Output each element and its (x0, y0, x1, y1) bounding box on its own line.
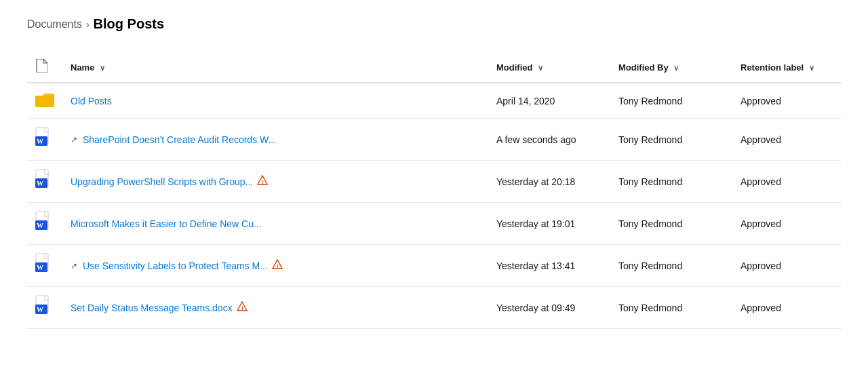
retention-cell: Approved (732, 245, 841, 287)
breadcrumb: Documents › Blog Posts (27, 16, 841, 32)
svg-text:W: W (37, 222, 43, 229)
word-icon-cell: W (27, 203, 62, 245)
file-name-link[interactable]: Microsoft Makes it Easier to Define New … (71, 218, 262, 229)
col-retention-label: Retention label (741, 62, 804, 73)
modified-by-cell: Tony Redmond (610, 287, 732, 329)
col-header-modified-by[interactable]: Modified By ∨ (610, 52, 732, 83)
svg-text:W: W (37, 138, 43, 145)
modified-sort-icon: ∨ (538, 64, 543, 72)
col-modified-label: Modified (496, 62, 532, 73)
retention-sort-icon: ∨ (809, 64, 814, 72)
word-icon-cell: W (27, 119, 62, 161)
modified-cell: Yesterday at 13:41 (488, 245, 610, 287)
table-row[interactable]: Old PostsApril 14, 2020Tony RedmondAppro… (27, 83, 841, 119)
modified-cell: A few seconds ago (488, 119, 610, 161)
col-modified-by-label: Modified By (618, 62, 669, 73)
draft-indicator: ↗ (71, 135, 77, 144)
retention-cell: Approved (732, 83, 841, 119)
file-name-link[interactable]: SharePoint Doesn't Create Audit Records … (83, 134, 276, 145)
table-row[interactable]: W Set Daily Status Message Teams.docx ! … (27, 287, 841, 329)
modified-cell: April 14, 2020 (488, 83, 610, 119)
name-cell: Set Daily Status Message Teams.docx ! (62, 287, 488, 329)
table-row[interactable]: W Upgrading PowerShell Scripts with Grou… (27, 161, 841, 203)
warning-icon: ! (272, 259, 283, 273)
name-cell: ↗Use Sensitivity Labels to Protect Teams… (62, 245, 488, 287)
modified-by-sort-icon: ∨ (673, 64, 679, 72)
modified-cell: Yesterday at 19:01 (488, 203, 610, 245)
table-row[interactable]: W ↗SharePoint Doesn't Create Audit Recor… (27, 119, 841, 161)
file-name-link[interactable]: Upgrading PowerShell Scripts with Group.… (71, 176, 253, 187)
svg-rect-1 (35, 96, 54, 107)
retention-cell: Approved (732, 119, 841, 161)
breadcrumb-parent[interactable]: Documents (27, 18, 82, 31)
modified-cell: Yesterday at 20:18 (488, 161, 610, 203)
file-name-link[interactable]: Old Posts (71, 96, 112, 106)
name-cell: Upgrading PowerShell Scripts with Group.… (62, 161, 488, 203)
table-header-row: Name ∨ Modified ∨ Modified By ∨ Retentio… (27, 52, 841, 83)
modified-by-cell: Tony Redmond (610, 119, 732, 161)
col-header-name[interactable]: Name ∨ (62, 52, 488, 83)
file-name-link[interactable]: Use Sensitivity Labels to Protect Teams … (83, 260, 268, 271)
breadcrumb-current: Blog Posts (94, 16, 164, 32)
table-row[interactable]: W Microsoft Makes it Easier to Define Ne… (27, 203, 841, 245)
warning-icon: ! (257, 175, 268, 189)
folder-icon-cell (27, 83, 62, 119)
col-header-modified[interactable]: Modified ∨ (488, 52, 610, 83)
file-list-table: Name ∨ Modified ∨ Modified By ∨ Retentio… (27, 52, 841, 329)
word-icon-cell: W (27, 161, 62, 203)
svg-text:!: ! (277, 262, 279, 269)
file-name-link[interactable]: Set Daily Status Message Teams.docx (71, 302, 233, 313)
file-icon-header (35, 63, 47, 75)
table-row[interactable]: W ↗Use Sensitivity Labels to Protect Tea… (27, 245, 841, 287)
name-cell: Microsoft Makes it Easier to Define New … (62, 203, 488, 245)
modified-by-cell: Tony Redmond (610, 83, 732, 119)
name-cell: Old Posts (62, 83, 488, 119)
page-container: Documents › Blog Posts Name ∨ (0, 0, 868, 345)
warning-icon: ! (237, 301, 248, 315)
svg-text:W: W (37, 180, 43, 187)
modified-cell: Yesterday at 09:49 (488, 287, 610, 329)
col-header-icon (27, 52, 62, 83)
svg-text:W: W (37, 264, 43, 271)
modified-by-cell: Tony Redmond (610, 203, 732, 245)
name-sort-icon: ∨ (100, 64, 105, 72)
retention-cell: Approved (732, 161, 841, 203)
retention-cell: Approved (732, 287, 841, 329)
svg-text:W: W (37, 306, 43, 313)
modified-by-cell: Tony Redmond (610, 161, 732, 203)
col-header-retention[interactable]: Retention label ∨ (732, 52, 841, 83)
retention-cell: Approved (732, 203, 841, 245)
svg-text:!: ! (262, 178, 264, 184)
modified-by-cell: Tony Redmond (610, 245, 732, 287)
breadcrumb-chevron: › (86, 19, 90, 30)
draft-indicator: ↗ (71, 261, 77, 271)
word-icon-cell: W (27, 245, 62, 287)
word-icon-cell: W (27, 287, 62, 329)
col-name-label: Name (71, 62, 94, 73)
svg-text:!: ! (241, 305, 243, 311)
name-cell: ↗SharePoint Doesn't Create Audit Records… (62, 119, 488, 161)
